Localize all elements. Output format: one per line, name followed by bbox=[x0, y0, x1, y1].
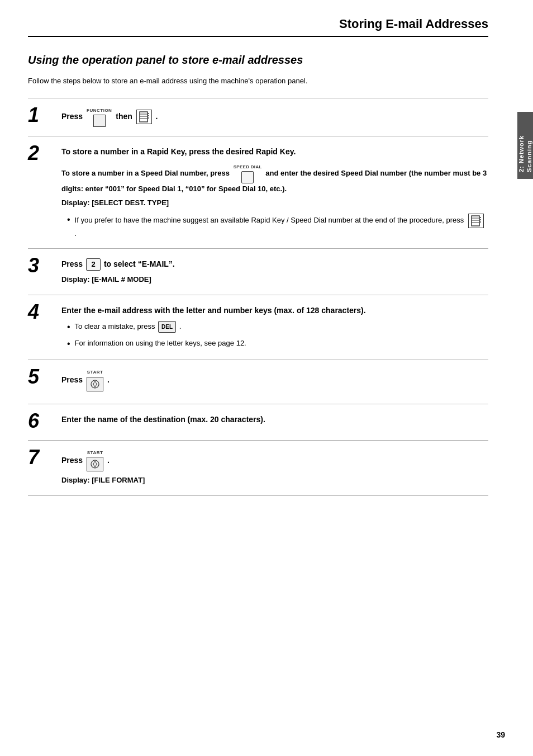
step-2-content: To store a number in a Rapid Key, press … bbox=[61, 145, 488, 239]
step-7-content: Press START . Display: [FILE FORMAT] bbox=[61, 450, 488, 487]
svg-rect-7 bbox=[472, 216, 479, 226]
step-4-bullet2: • For information on using the letter ke… bbox=[67, 338, 488, 350]
bullet-dot-1: • bbox=[67, 214, 70, 226]
step-5-main: Press START . bbox=[61, 369, 488, 391]
svg-marker-15 bbox=[93, 381, 97, 388]
step-2-number: 2 bbox=[28, 143, 56, 163]
page-title: Storing E-mail Addresses bbox=[28, 17, 488, 37]
step-6-main: Enter the name of the destination (max. … bbox=[61, 413, 488, 426]
step-3-press: Press bbox=[61, 259, 83, 268]
step-5: 5 Press START bbox=[28, 360, 488, 404]
addr-book-icon-2 bbox=[468, 214, 484, 228]
svg-rect-0 bbox=[140, 112, 147, 122]
step-5-content: Press START . bbox=[61, 369, 488, 395]
step-1-text: Press FUNCTION then bbox=[61, 112, 158, 121]
step-4-b1-content: To clear a mistake, press bbox=[75, 322, 155, 330]
step-6-number: 6 bbox=[28, 411, 56, 431]
step-2-main: To store a number in a Rapid Key, press … bbox=[61, 145, 488, 158]
start-key-label-1: START bbox=[87, 369, 103, 376]
step-6: 6 Enter the name of the destination (max… bbox=[28, 404, 488, 440]
step-4-b1-end: . bbox=[179, 322, 182, 330]
step-4-content: Enter the e-mail address with the letter… bbox=[61, 304, 488, 351]
step-4-bullet2-text: For information on using the letter keys… bbox=[75, 338, 246, 349]
del-key: DEL bbox=[158, 321, 176, 333]
side-tab: 2: Network Scanning bbox=[517, 112, 533, 179]
step-7: 7 Press START . bbox=[28, 440, 488, 497]
speed-dial-label: SPEED DIAL bbox=[234, 164, 262, 171]
step-4-bullet1: • To clear a mistake, press DEL . bbox=[67, 321, 488, 333]
step-7-display: Display: [FILE FORMAT] bbox=[61, 475, 488, 486]
step-2-bullet1-text: If you prefer to have the machine sugges… bbox=[75, 214, 488, 239]
step-2: 2 To store a number in a Rapid Key, pres… bbox=[28, 136, 488, 248]
step-7-press: Press bbox=[61, 455, 83, 464]
step-1-period: . bbox=[156, 112, 158, 121]
key-2-icon: 2 bbox=[86, 258, 101, 271]
page-container: 2: Network Scanning Storing E-mail Addre… bbox=[0, 0, 533, 756]
step-1: 1 Press FUNCTION then bbox=[28, 98, 488, 136]
step-3-number: 3 bbox=[28, 256, 56, 276]
main-content: Storing E-mail Addresses Using the opera… bbox=[0, 0, 533, 518]
step-4-main: Enter the e-mail address with the letter… bbox=[61, 304, 488, 316]
step-2-sub1: To store a number in a Speed Dial number… bbox=[61, 164, 488, 196]
section-heading: Using the operation panel to store e-mai… bbox=[28, 54, 488, 67]
step-3-main: Press 2 to select “E-MAIL”. bbox=[61, 258, 488, 271]
step-1-then: then bbox=[116, 112, 132, 121]
start-key-wrap-1: START bbox=[87, 369, 103, 391]
addr-book-icon-1 bbox=[136, 110, 152, 124]
step-1-number: 1 bbox=[28, 105, 56, 125]
step-2-bullet1-period: . bbox=[75, 229, 77, 238]
step-3-display: Display: [E-MAIL # MODE] bbox=[61, 274, 488, 286]
bullet-dot-3: • bbox=[67, 338, 70, 350]
step-3: 3 Press 2 to select “E-MAIL”. Display: [… bbox=[28, 248, 488, 295]
start-key-label-2: START bbox=[87, 450, 103, 457]
step-4: 4 Enter the e-mail address with the lett… bbox=[28, 295, 488, 360]
step-2-bullet1-content: If you prefer to have the machine sugges… bbox=[75, 216, 464, 225]
step-2-bullet1: • If you prefer to have the machine sugg… bbox=[67, 214, 488, 239]
step-1-content: Press FUNCTION then bbox=[61, 107, 488, 127]
function-key-label: FUNCTION bbox=[87, 107, 112, 115]
page-number: 39 bbox=[496, 730, 505, 739]
function-key-box bbox=[93, 115, 106, 127]
step-3-text2: to select “E-MAIL”. bbox=[104, 259, 175, 268]
step-7-period: . bbox=[107, 455, 110, 464]
start-key-box-2 bbox=[87, 457, 103, 471]
step-5-number: 5 bbox=[28, 367, 56, 387]
start-key-box-1 bbox=[87, 377, 103, 391]
step-2-sub2: Display: [SELECT DEST. TYPE] bbox=[61, 197, 488, 209]
svg-marker-17 bbox=[93, 461, 97, 467]
start-key-wrap-2: START bbox=[87, 450, 103, 472]
step-7-number: 7 bbox=[28, 447, 56, 467]
step-1-press: Press bbox=[61, 112, 83, 121]
bullet-dot-2: • bbox=[67, 321, 70, 333]
function-key-wrap: FUNCTION bbox=[87, 107, 112, 127]
step-6-content: Enter the name of the destination (max. … bbox=[61, 413, 488, 429]
intro-text: Follow the steps below to store an e-mai… bbox=[28, 75, 488, 87]
speed-dial-key bbox=[241, 171, 254, 183]
step-5-press: Press bbox=[61, 375, 83, 384]
step-4-number: 4 bbox=[28, 302, 56, 322]
speed-dial-wrap: SPEED DIAL bbox=[234, 164, 262, 184]
step-3-content: Press 2 to select “E-MAIL”. Display: [E-… bbox=[61, 258, 488, 286]
step-5-period: . bbox=[107, 375, 110, 384]
step-2-sub1-text: To store a number in a Speed Dial number… bbox=[61, 169, 230, 177]
step-7-main: Press START . bbox=[61, 450, 488, 472]
step-4-bullet1-text: To clear a mistake, press DEL . bbox=[75, 321, 182, 333]
